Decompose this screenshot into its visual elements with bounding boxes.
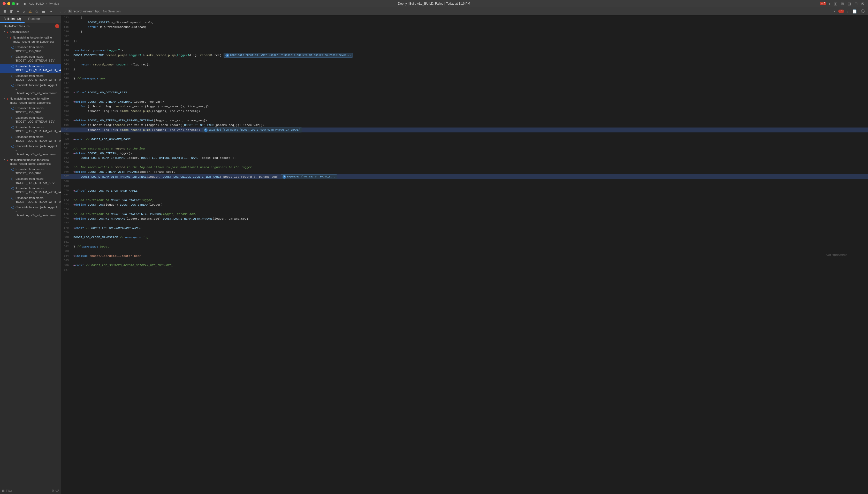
g3-sub-3[interactable]: ⓘ Expanded from macro 'BOOST_LOG_STREAM_… xyxy=(0,186,61,195)
g3-sub-5[interactable]: ⓘ Candidate function [with LoggerT = boo… xyxy=(0,205,61,218)
issue-sub-2[interactable]: ⓘ Expanded from macro 'BOOST_LOG_STREAM_… xyxy=(0,54,61,64)
line-number: 555 xyxy=(61,118,71,122)
error-group-label: No matching function for call to 'make_r… xyxy=(10,97,59,105)
nav-prev-icon[interactable]: ‹ xyxy=(833,8,837,14)
line-number: 566 xyxy=(61,170,71,174)
line-text: } // namespace aux xyxy=(71,76,868,81)
group-header-dephycore[interactable]: ▾ DephyCore 3 issues ! xyxy=(0,23,61,29)
editor-wrapper: 533 {534 BOOST_ASSERT(m_pStreamCompound … xyxy=(61,16,868,494)
line-text: #define BOOST_LOG_STREAM_WITH_PARAMS_INT… xyxy=(71,118,868,122)
titlebar: ▶ ■ ALL_BUILD › My Mac Dephy | Build ALL… xyxy=(0,0,868,7)
sub-label: Expanded from macro 'BOOST_LOG_SEV' xyxy=(16,167,59,175)
code-line: 580BOOST_LOG_CLOSE_NAMESPACE // namespac… xyxy=(61,235,868,240)
code-line: 575//! An equivalent to BOOST_LOG_STREAM… xyxy=(61,212,868,216)
g3-sub-2[interactable]: ⓘ Expanded from macro 'BOOST_LOG_STREAM_… xyxy=(0,176,61,186)
nav-next-icon[interactable]: › xyxy=(846,8,850,14)
issue-sub-1[interactable]: ⓘ Expanded from macro 'BOOST_LOG_SEV' xyxy=(0,44,61,54)
panel-icon[interactable]: ⊟ xyxy=(853,1,859,6)
g2-sub-1[interactable]: ⓘ Expanded from macro 'BOOST_LOG_SEV' xyxy=(0,106,61,115)
sidebar-tabs: Buildtime (3) Runtime xyxy=(0,16,61,23)
error-icon: ● xyxy=(7,30,8,34)
code-line: 547 xyxy=(61,81,868,86)
scheme-label: ALL_BUILD xyxy=(29,2,44,5)
code-line: 586#endif // BOOST_LOG_SOURCES_RECORD_OS… xyxy=(61,263,868,268)
group-label: DephyCore 3 issues xyxy=(4,24,29,28)
info-icon: ⓘ xyxy=(12,107,14,111)
issue-sub-3-selected[interactable]: ⓘ Expanded from macro 'BOOST_LOG_STREAM_… xyxy=(0,64,61,73)
maximize-button[interactable] xyxy=(12,2,15,5)
code-line: 546} // namespace aux xyxy=(61,76,868,81)
breadcrumb: h record_ostream.hpp › No Selection xyxy=(68,10,121,13)
split-icon[interactable]: ⊠ xyxy=(860,1,865,6)
layout-icon[interactable]: ⊞ xyxy=(840,1,845,6)
code-line: 577 xyxy=(61,221,868,226)
file-type-badge: h xyxy=(68,10,72,13)
lines-icon[interactable]: ☰ xyxy=(41,8,46,14)
minimize-button[interactable] xyxy=(7,2,10,5)
line-text: for (::boost::log::record rec_var = (log… xyxy=(71,123,868,127)
error-group-2-header[interactable]: ▾ ● No matching function for call to 'ma… xyxy=(0,96,61,106)
zoom-icon[interactable]: ⌕ xyxy=(21,8,26,14)
sidebar-toggle-icon[interactable]: ▤ xyxy=(847,1,852,6)
flow-icon[interactable]: ↔ xyxy=(47,8,54,14)
code-line: 573#define BOOST_LOG(logger) BOOST_LOG_S… xyxy=(61,203,868,207)
issue-sub-label: Candidate function [with LoggerT = boost… xyxy=(16,83,59,95)
info-filter-icon[interactable]: ⓘ xyxy=(56,488,59,493)
sidebar-left-icon[interactable]: ◧ xyxy=(9,8,15,14)
line-number: 571 xyxy=(61,193,71,197)
issue-icon[interactable]: ⚠ xyxy=(27,8,33,14)
info-icon[interactable]: ⓘ xyxy=(860,8,866,15)
g2-sub-3[interactable]: ⓘ Expanded from macro 'BOOST_LOG_STREAM_… xyxy=(0,125,61,134)
g2-sub-4[interactable]: ⓘ Expanded from macro 'BOOST_LOG_STREAM_… xyxy=(0,134,61,144)
line-number: 542 xyxy=(61,58,71,62)
code-line: 534 BOOST_ASSERT(m_pStreamCompound != 0)… xyxy=(61,20,868,25)
g3-sub-1[interactable]: ⓘ Expanded from macro 'BOOST_LOG_SEV' xyxy=(0,167,61,176)
list-icon[interactable]: ≡ xyxy=(16,8,20,14)
code-line: 582} // namespace boost xyxy=(61,244,868,249)
tab-runtime[interactable]: Runtime xyxy=(24,16,43,23)
filter-input[interactable] xyxy=(6,489,50,492)
line-number: 565 xyxy=(61,165,71,169)
nav-icon[interactable]: ◫ xyxy=(833,1,838,6)
line-number: 569 xyxy=(61,184,71,188)
window-controls xyxy=(3,2,15,5)
line-number: 545 xyxy=(61,72,71,76)
line-number: 564 xyxy=(61,160,71,165)
code-line: 549#ifndef BOOST_LOG_DOXYGEN_PASS xyxy=(61,90,868,95)
g2-sub-2[interactable]: ⓘ Expanded from macro 'BOOST_LOG_STREAM_… xyxy=(0,115,61,125)
g2-sub-5[interactable]: ⓘ Candidate function [with LoggerT = boo… xyxy=(0,144,61,157)
line-text: //! The macro writes a record to the log xyxy=(71,146,868,151)
line-text: BOOST_LOG_STREAM_INTERNAL(logger, BOOST_… xyxy=(71,156,868,160)
line-number: 577 xyxy=(61,221,71,226)
semantic-issue-header[interactable]: ▾ ● Semantic Issue xyxy=(0,29,61,35)
line-text: #define BOOST_LOG_WITH_PARAMS(logger, pa… xyxy=(71,216,868,221)
sub-label: Expanded from macro 'BOOST_LOG_STREAM_WI… xyxy=(16,135,61,143)
code-line: 561//! The macro writes a record to the … xyxy=(61,146,868,151)
stop-icon[interactable]: ■ xyxy=(22,1,27,6)
line-number: 546 xyxy=(61,76,71,81)
code-line: 536 } xyxy=(61,30,868,34)
error-group-3-header[interactable]: ▾ ● No matching function for call to 'ma… xyxy=(0,157,61,167)
nav-back-icon[interactable]: ‹ xyxy=(58,8,62,14)
g3-sub-4[interactable]: ⓘ Expanded from macro 'BOOST_LOG_STREAM_… xyxy=(0,195,61,205)
line-text: BOOST_LOG_CLOSE_NAMESPACE // namespace l… xyxy=(71,235,868,240)
annotation-icon[interactable]: ◇ xyxy=(34,8,40,14)
line-number: 575 xyxy=(61,212,71,216)
issue-count: 1 xyxy=(841,10,843,13)
doc-icon[interactable]: 📄 xyxy=(851,8,858,14)
issue-item-1[interactable]: ▾ ● No matching function for call to 'ma… xyxy=(0,35,61,44)
grid-icon[interactable]: ⊞ xyxy=(2,8,8,14)
line-text: //! An equivalent to BOOST_LOG_STREAM(lo… xyxy=(71,198,868,202)
sub-label: Expanded from macro 'BOOST_LOG_STREAM_SE… xyxy=(16,177,59,185)
tab-buildtime[interactable]: Buildtime (3) xyxy=(0,16,24,23)
issue-sub-4[interactable]: ⓘ Expanded from macro 'BOOST_LOG_STREAM_… xyxy=(0,73,61,83)
issue-sub-5[interactable]: ⓘ Candidate function [with LoggerT = boo… xyxy=(0,82,61,96)
line-number: 581 xyxy=(61,240,71,244)
nav-forward-icon[interactable]: › xyxy=(63,8,67,14)
settings-icon[interactable]: ⚙ xyxy=(52,489,54,492)
line-text: #endif // BOOST_LOG_NO_SHORTHAND_NAMES xyxy=(71,226,868,230)
close-button[interactable] xyxy=(3,2,6,5)
code-editor[interactable]: 533 {534 BOOST_ASSERT(m_pStreamCompound … xyxy=(61,16,868,494)
play-icon[interactable]: ▶ xyxy=(16,1,20,6)
forward-icon[interactable]: › xyxy=(828,1,831,6)
